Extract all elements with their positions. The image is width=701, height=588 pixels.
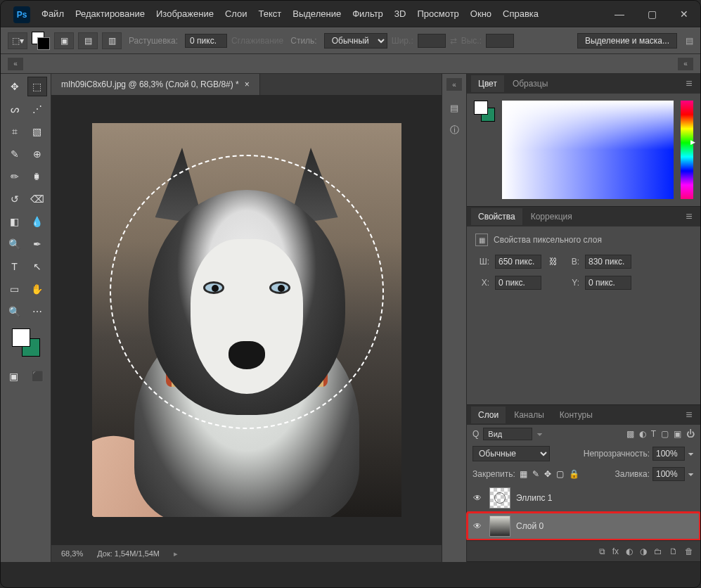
quick-select-tool[interactable]: ⋰ — [27, 99, 47, 119]
marquee-tool[interactable]: ⬚ — [27, 77, 47, 96]
lasso-tool[interactable]: ᔕ — [5, 99, 25, 119]
close-button[interactable]: ✕ — [668, 1, 700, 27]
panel-menu-icon[interactable]: ≡ — [682, 210, 696, 223]
new-layer-icon[interactable]: 🗋 — [669, 547, 678, 556]
quickmask-icon[interactable]: ▣ — [4, 366, 24, 386]
filter-adjust-icon[interactable]: ◐ — [639, 429, 646, 439]
history-icon[interactable]: ▤ — [446, 99, 463, 116]
collapse-left-icon[interactable]: « — [8, 58, 23, 70]
blur-tool[interactable]: 💧 — [27, 212, 47, 231]
tab-paths[interactable]: Контуры — [553, 407, 600, 423]
menu-text[interactable]: Текст — [253, 1, 288, 27]
layer-filter-input[interactable] — [483, 428, 532, 440]
gradient-tool[interactable]: ◧ — [5, 212, 25, 231]
link-wh-icon[interactable]: ⛓ — [547, 257, 560, 267]
lock-artboard-icon[interactable]: ▢ — [556, 469, 564, 479]
canvas-viewport[interactable] — [51, 95, 442, 545]
opacity-input[interactable] — [652, 447, 685, 461]
link-layers-icon[interactable]: ⧉ — [599, 547, 605, 556]
menu-image[interactable]: Изображение — [150, 1, 219, 27]
filter-shape-icon[interactable]: ▢ — [661, 429, 669, 439]
select-and-mask-button[interactable]: Выделение и маска... — [577, 33, 677, 49]
menu-help[interactable]: Справка — [497, 1, 544, 27]
menu-edit[interactable]: Редактирование — [70, 1, 150, 27]
panel-menu-icon[interactable]: ≡ — [682, 77, 696, 90]
tab-channels[interactable]: Каналы — [507, 407, 551, 423]
history-brush-tool[interactable]: ↺ — [5, 189, 25, 209]
zoom-tool[interactable]: 🔍 — [5, 302, 25, 321]
filter-toggle-icon[interactable]: ⏻ — [686, 429, 695, 439]
lock-transp-icon[interactable]: ▦ — [520, 469, 527, 479]
layer-name[interactable]: Эллипс 1 — [516, 493, 552, 503]
tab-swatches[interactable]: Образцы — [506, 75, 555, 92]
trash-icon[interactable]: 🗑 — [685, 547, 693, 556]
edit-toolbar[interactable]: ⋯ — [27, 302, 47, 321]
lock-all-icon[interactable]: 🔒 — [569, 469, 579, 479]
menu-view[interactable]: Просмотр — [411, 1, 464, 27]
menu-filter[interactable]: Фильтр — [347, 1, 389, 27]
expand-strip-icon[interactable]: « — [446, 78, 462, 91]
tab-close-icon[interactable]: × — [245, 79, 250, 89]
color-swatches[interactable] — [12, 328, 40, 357]
style-select[interactable]: Обычный — [324, 33, 387, 49]
menu-file[interactable]: Файл — [36, 1, 70, 27]
h-input[interactable] — [585, 255, 631, 269]
maximize-button[interactable]: ▢ — [636, 1, 668, 27]
minimize-button[interactable]: — — [603, 1, 636, 27]
lock-paint-icon[interactable]: ✎ — [532, 469, 539, 479]
tab-layers[interactable]: Слои — [471, 407, 506, 423]
visibility-icon[interactable]: 👁 — [471, 521, 484, 531]
hue-slider[interactable] — [681, 101, 693, 199]
pen-tool[interactable]: ✒ — [27, 234, 47, 254]
menu-window[interactable]: Окно — [465, 1, 497, 27]
frame-tool[interactable]: ▧ — [27, 122, 47, 141]
brush-tool[interactable]: ✏ — [5, 167, 25, 186]
x-input[interactable] — [495, 276, 541, 290]
selection-intersect-icon[interactable]: ▥ — [102, 32, 122, 49]
color-mini-swatches[interactable] — [474, 101, 495, 122]
canvas[interactable] — [92, 123, 401, 517]
w-input[interactable] — [495, 255, 541, 269]
lock-pos-icon[interactable]: ✥ — [544, 469, 551, 479]
layer-row-ellipse[interactable]: 👁 Эллипс 1 — [467, 484, 700, 512]
collapse-right-icon[interactable]: « — [678, 58, 693, 70]
adjustment-icon[interactable]: ◑ — [640, 547, 647, 556]
selection-mode-icons[interactable] — [32, 32, 50, 50]
eyedropper-tool[interactable]: ✎ — [5, 144, 25, 164]
tab-color[interactable]: Цвет — [471, 75, 504, 92]
shape-tool[interactable]: ▭ — [5, 279, 25, 299]
move-tool[interactable]: ✥ — [5, 77, 25, 96]
foreground-color[interactable] — [12, 328, 30, 347]
y-input[interactable] — [585, 276, 631, 290]
hand-tool[interactable]: ✋ — [27, 279, 47, 299]
layer-thumb[interactable] — [489, 487, 510, 509]
screenmode-icon[interactable]: ⬛ — [28, 366, 48, 386]
tab-properties[interactable]: Свойства — [471, 208, 522, 225]
layer-row-background[interactable]: 👁 Слой 0 — [467, 512, 700, 540]
menu-layers[interactable]: Слои — [219, 1, 253, 27]
crop-tool[interactable]: ⌗ — [5, 122, 25, 141]
type-tool[interactable]: T — [5, 257, 25, 276]
menu-3d[interactable]: 3D — [389, 1, 412, 27]
selection-sub-icon[interactable]: ▤ — [78, 32, 98, 49]
feather-input[interactable] — [185, 34, 227, 48]
blend-mode-select[interactable]: Обычные — [472, 446, 550, 461]
dodge-tool[interactable]: 🔍 — [5, 234, 25, 254]
menu-select[interactable]: Выделение — [287, 1, 347, 27]
tab-adjustments[interactable]: Коррекция — [524, 208, 579, 225]
fill-input[interactable] — [652, 467, 685, 481]
color-field[interactable] — [502, 101, 674, 199]
panel-menu-icon[interactable]: ≡ — [682, 409, 696, 421]
filter-pixel-icon[interactable]: ▩ — [626, 429, 634, 439]
path-select-tool[interactable]: ↖ — [27, 257, 47, 276]
group-icon[interactable]: 🗀 — [654, 547, 662, 556]
heal-tool[interactable]: ⊕ — [27, 144, 47, 164]
fx-icon[interactable]: fx — [612, 547, 619, 556]
stamp-tool[interactable]: ⧯ — [27, 167, 47, 186]
info-icon[interactable]: ⓘ — [446, 122, 463, 139]
mask-icon[interactable]: ◐ — [626, 547, 633, 556]
eraser-tool[interactable]: ⌫ — [27, 189, 47, 209]
visibility-icon[interactable]: 👁 — [471, 493, 484, 503]
options-menu-icon[interactable]: ▤ — [681, 36, 693, 46]
layer-thumb[interactable] — [489, 516, 510, 537]
